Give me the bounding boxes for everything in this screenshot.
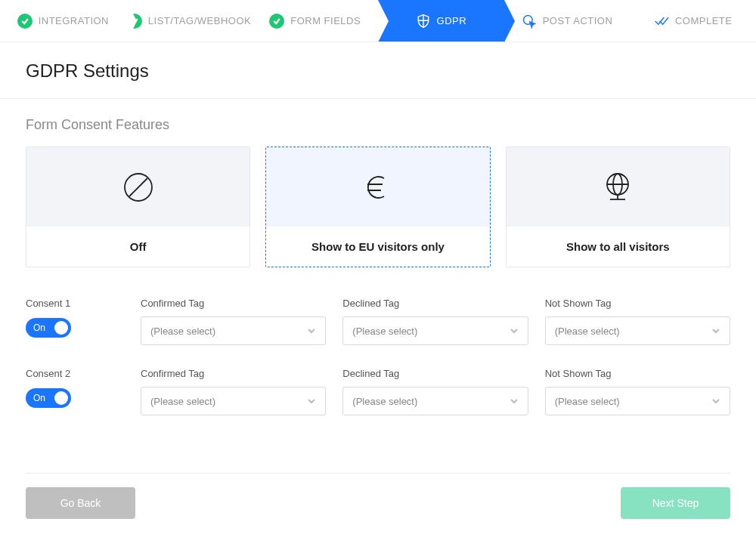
- footer: Go Back Next Step: [26, 473, 730, 519]
- step-gdpr[interactable]: GDPR: [378, 0, 504, 42]
- step-label: POST ACTION: [543, 15, 613, 26]
- shield-icon: [416, 14, 431, 29]
- step-post-action[interactable]: POST ACTION: [504, 0, 631, 42]
- card-all-visitors[interactable]: Show to all visitors: [506, 147, 730, 267]
- tag-label: Declined Tag: [342, 298, 528, 309]
- select-placeholder: (Please select): [555, 396, 620, 407]
- step-form-fields[interactable]: FORM FIELDS: [252, 0, 378, 42]
- step-list-tag-webhook[interactable]: LIST/TAG/WEBHOOK: [126, 0, 253, 42]
- tag-label: Confirmed Tag: [141, 298, 326, 309]
- step-complete[interactable]: COMPLETE: [630, 0, 756, 42]
- chevron-down-icon: [711, 326, 720, 335]
- go-back-button[interactable]: Go Back: [26, 487, 135, 519]
- step-label: INTEGRATION: [39, 15, 109, 26]
- consent-2-confirmed-select[interactable]: (Please select): [141, 387, 326, 415]
- toggle-knob: [54, 391, 68, 405]
- off-icon: [120, 169, 156, 205]
- page-title: GDPR Settings: [26, 60, 730, 82]
- step-label: LIST/TAG/WEBHOOK: [148, 15, 251, 26]
- consent-1-declined-select[interactable]: (Please select): [342, 316, 528, 345]
- consent-row-1: Consent 1 On Confirmed Tag (Please selec…: [26, 298, 730, 345]
- step-integration[interactable]: INTEGRATION: [0, 0, 126, 42]
- double-check-icon: [654, 14, 669, 29]
- card-eu-only[interactable]: Show to EU visitors only: [265, 147, 490, 267]
- consent-title: Consent 1: [26, 298, 124, 309]
- chevron-down-icon: [307, 326, 316, 335]
- toggle-knob: [54, 321, 68, 335]
- tag-label: Not Shown Tag: [545, 298, 730, 309]
- consent-1-notshown-select[interactable]: (Please select): [545, 316, 730, 345]
- chevron-down-icon: [711, 397, 720, 406]
- toggle-state: On: [33, 323, 45, 333]
- section-title: Form Consent Features: [26, 117, 730, 133]
- step-label: COMPLETE: [675, 15, 733, 26]
- chevron-down-icon: [510, 397, 519, 406]
- select-placeholder: (Please select): [352, 396, 417, 407]
- consent-1-confirmed-select[interactable]: (Please select): [141, 316, 326, 345]
- euro-icon: [360, 169, 396, 205]
- consent-2-notshown-select[interactable]: (Please select): [545, 387, 730, 415]
- card-label: Off: [26, 227, 249, 267]
- next-step-button[interactable]: Next Step: [621, 487, 730, 519]
- card-off[interactable]: Off: [26, 147, 250, 267]
- check-icon: [17, 14, 33, 29]
- cursor-icon: [522, 14, 537, 29]
- chevron-down-icon: [510, 326, 519, 335]
- select-placeholder: (Please select): [150, 326, 215, 337]
- tag-label: Not Shown Tag: [545, 368, 730, 379]
- svg-line-4: [129, 178, 147, 196]
- consent-row-2: Consent 2 On Confirmed Tag (Please selec…: [26, 368, 730, 415]
- chevron-down-icon: [307, 397, 316, 406]
- tag-label: Confirmed Tag: [141, 368, 326, 379]
- select-placeholder: (Please select): [555, 326, 620, 337]
- wizard-stepper: INTEGRATION LIST/TAG/WEBHOOK FORM FIELDS…: [0, 0, 756, 42]
- card-label: Show to all visitors: [507, 227, 730, 267]
- check-icon: [269, 14, 284, 29]
- tag-label: Declined Tag: [342, 368, 528, 379]
- select-placeholder: (Please select): [352, 326, 417, 337]
- step-label: GDPR: [437, 15, 467, 26]
- toggle-state: On: [33, 393, 45, 403]
- consent-1-toggle[interactable]: On: [26, 318, 71, 338]
- globe-icon: [600, 169, 636, 205]
- divider: [0, 98, 756, 99]
- select-placeholder: (Please select): [150, 396, 215, 407]
- consent-title: Consent 2: [26, 368, 124, 379]
- step-label: FORM FIELDS: [290, 15, 361, 26]
- card-label: Show to EU visitors only: [266, 227, 489, 267]
- consent-mode-cards: Off Show to EU visitors only Show to all…: [26, 147, 730, 267]
- consent-2-declined-select[interactable]: (Please select): [342, 387, 528, 415]
- consent-2-toggle[interactable]: On: [26, 388, 71, 408]
